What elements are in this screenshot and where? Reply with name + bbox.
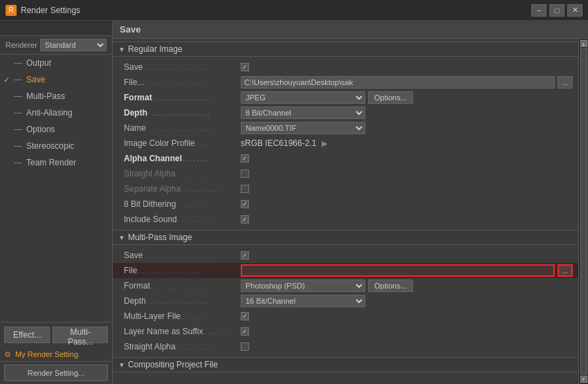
multipass-layername-checkbox[interactable] [241,327,249,336]
sidebar-item-output-label: Output [26,58,51,68]
multipass-form: Save .................... File .........… [113,245,578,357]
compositing-title: Compositing Project File [128,360,218,369]
multipass-options-button[interactable]: Options... [368,280,413,292]
multipass-depth-row: Depth .................. 16 Bit/Channel [113,293,578,309]
multipass-format-row: Format ................. Photoshop (PSD)… [113,278,578,293]
window-controls: − □ ✕ [531,4,582,17]
regular-dithering-checkbox[interactable] [241,200,249,208]
sidebar-item-options-label: Options [26,125,55,134]
regular-alpha-row: Alpha Channel ........ [113,151,578,166]
regular-format-select[interactable]: JPEG [241,91,365,104]
regular-alpha-checkbox[interactable] [241,154,249,163]
compositing-collapse-arrow: ▼ [118,361,125,369]
regular-depth-select[interactable]: 8 Bit/Channel [241,107,365,119]
sidebar-bottom-buttons: Effect... Multi-Pass... [0,322,112,347]
content-scroll: ▼ Regular Image Save ...................… [113,39,578,384]
multipass-save-checkbox[interactable] [241,251,249,259]
regular-sound-label: Include Sound ........... [113,214,241,224]
sidebar: Renderer Standard — Output ✓ — Save — Mu… [0,21,113,384]
multipass-straight-alpha-value [241,342,578,351]
multipass-depth-value: 16 Bit/Channel [241,295,578,307]
multipass-straight-alpha-checkbox[interactable] [241,342,249,351]
multipass-file-browse-button[interactable]: ... [558,264,573,277]
vertical-scrollbar[interactable]: ▲ ▼ [578,39,588,384]
multipass-save-label: Save .................... [113,250,241,260]
regular-straight-alpha-row: Straight Alpha ............ [113,166,578,181]
multipass-collapse-arrow: ▼ [118,234,125,241]
regular-colorprofile-value: sRGB IEC61966-2.1 ▶ [241,138,578,148]
regular-dithering-row: 8 Bit Dithering ......... [113,196,578,212]
regular-depth-value: 8 Bit/Channel [241,107,578,119]
sidebar-item-multipass[interactable]: — Multi-Pass [0,88,112,104]
renderer-label: Renderer [6,41,37,49]
sidebar-item-stereoscopic-label: Stereoscopic [26,141,74,151]
regular-sound-checkbox[interactable] [241,215,249,223]
regular-alpha-label: Alpha Channel ........ [113,154,241,163]
sidebar-items: — Output ✓ — Save — Multi-Pass — Anti-Al… [0,55,112,322]
sidebar-top-bar [0,21,112,36]
scrollbar-up-arrow[interactable]: ▲ [580,40,587,47]
regular-name-row: Name ..................... Name0000.TIF [113,120,578,136]
multipass-button[interactable]: Multi-Pass... [53,327,108,343]
minimize-button[interactable]: − [531,4,546,17]
sidebar-item-save-label: Save [26,75,45,84]
regular-image-form: Save .................... File... ......… [113,57,578,230]
regular-separate-alpha-checkbox[interactable] [241,185,249,193]
scrollbar-track[interactable] [580,48,587,374]
multipass-format-label: Format ................. [113,281,241,291]
regular-name-label: Name ..................... [113,123,241,133]
multipass-multilayer-checkbox[interactable] [241,312,249,320]
compositing-section-header[interactable]: ▼ Compositing Project File [113,357,578,372]
regular-dithering-value [241,200,578,208]
multipass-depth-select[interactable]: 16 Bit/Channel [241,295,365,307]
window-title: Render Settings [21,6,531,15]
regular-format-row: Format ................. JPEG Options... [113,90,578,105]
regular-save-checkbox[interactable] [241,63,249,71]
regular-separate-alpha-label: Separate Alpha ............ [113,184,241,194]
renderer-select[interactable]: Standard [40,39,107,51]
maximize-button[interactable]: □ [549,4,564,17]
content-header: Save [113,21,588,39]
close-button[interactable]: ✕ [567,4,582,17]
multipass-file-value: ... [241,264,578,277]
regular-file-input[interactable] [241,76,555,89]
regular-alpha-value [241,154,578,163]
multipass-save-row: Save .................... [113,248,578,263]
regular-options-button[interactable]: Options... [368,91,413,104]
regular-image-title: Regular Image [128,44,183,54]
render-setting-button[interactable]: Render Setting... [4,365,108,381]
multipass-layername-label: Layer Name as Suffix ........ [113,327,241,336]
main-layout: Renderer Standard — Output ✓ — Save — Mu… [0,21,588,384]
sidebar-item-teamrender[interactable]: — Team Render [0,154,112,171]
multipass-format-select[interactable]: Photoshop (PSD) [241,280,365,292]
sidebar-item-options[interactable]: — Options [0,121,112,138]
regular-format-value: JPEG Options... [241,91,578,104]
regular-straight-alpha-checkbox[interactable] [241,170,249,178]
sidebar-item-save[interactable]: ✓ — Save [0,71,112,88]
multipass-depth-label: Depth .................. [113,296,241,306]
regular-image-section-header[interactable]: ▼ Regular Image [113,42,578,57]
regular-name-value: Name0000.TIF [241,122,578,134]
title-bar: R Render Settings − □ ✕ [0,0,588,21]
multipass-file-input[interactable] [241,264,555,277]
regular-name-select[interactable]: Name0000.TIF [241,122,365,134]
multipass-save-value [241,251,578,259]
regular-format-label: Format ................. [113,93,241,102]
multipass-section-header[interactable]: ▼ Multi-Pass Image [113,230,578,245]
render-setting-label: My Render Setting [15,350,78,358]
effect-button[interactable]: Effect... [4,327,50,343]
regular-depth-row: Depth .................. 8 Bit/Channel [113,105,578,120]
multipass-title: Multi-Pass Image [128,232,192,242]
regular-sound-row: Include Sound ........... [113,212,578,227]
regular-dithering-label: 8 Bit Dithering ......... [113,199,241,209]
regular-save-value [241,63,578,71]
sidebar-item-output[interactable]: — Output [0,55,112,71]
multipass-straight-alpha-label: Straight Alpha ............ [113,342,241,351]
scrollbar-down-arrow[interactable]: ▼ [580,376,587,383]
sidebar-item-stereoscopic[interactable]: — Stereoscopic [0,138,112,154]
regular-depth-label: Depth .................. [113,108,241,118]
regular-save-row: Save .................... [113,60,578,75]
regular-file-value: ... [241,76,578,89]
sidebar-item-antialiasing[interactable]: — Anti-Aliasing [0,104,112,121]
regular-file-browse-button[interactable]: ... [558,76,573,89]
